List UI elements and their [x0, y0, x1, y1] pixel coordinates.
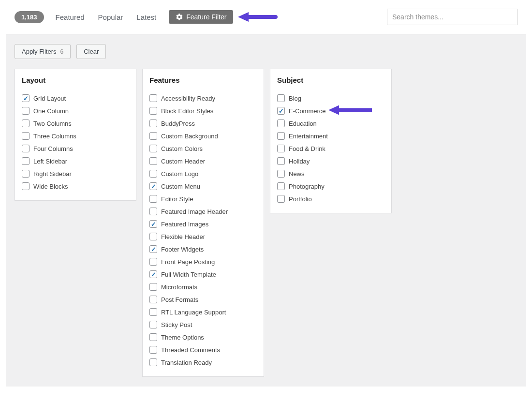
- features-option-theme-options[interactable]: Theme Options: [148, 331, 259, 343]
- features-option-custom-logo[interactable]: Custom Logo: [148, 167, 259, 180]
- features-option-featured-image-header[interactable]: Featured Image Header: [148, 205, 259, 218]
- layout-option-left-sidebar[interactable]: Left Sidebar: [20, 155, 131, 167]
- option-label[interactable]: Two Columns: [33, 120, 72, 127]
- checkbox-icon[interactable]: [149, 195, 157, 203]
- features-option-accessibility-ready[interactable]: Accessibility Ready: [148, 92, 259, 104]
- checkbox-icon[interactable]: [22, 132, 30, 140]
- option-label[interactable]: Entertainment: [289, 133, 328, 140]
- features-option-rtl-language-support[interactable]: RTL Language Support: [148, 306, 259, 318]
- checkbox-icon[interactable]: [149, 333, 157, 341]
- option-label[interactable]: RTL Language Support: [161, 309, 226, 316]
- checkbox-icon[interactable]: [22, 145, 30, 152]
- option-label[interactable]: Post Formats: [161, 296, 198, 303]
- option-label[interactable]: Sticky Post: [161, 321, 192, 328]
- checkbox-icon[interactable]: [277, 107, 285, 115]
- checkbox-icon[interactable]: [149, 358, 157, 366]
- option-label[interactable]: News: [289, 170, 305, 178]
- features-option-microformats[interactable]: Microformats: [148, 281, 259, 293]
- checkbox-icon[interactable]: [22, 157, 30, 165]
- subject-option-entertainment[interactable]: Entertainment: [275, 130, 386, 142]
- tab-latest[interactable]: Latest: [131, 10, 162, 24]
- option-label[interactable]: Photography: [289, 183, 325, 190]
- feature-filter-button[interactable]: Feature Filter: [169, 10, 233, 24]
- option-label[interactable]: Food & Drink: [289, 145, 325, 152]
- option-label[interactable]: Custom Colors: [161, 145, 203, 152]
- features-option-block-editor-styles[interactable]: Block Editor Styles: [148, 104, 259, 117]
- features-option-custom-menu[interactable]: Custom Menu: [148, 180, 259, 193]
- checkbox-icon[interactable]: [22, 119, 30, 127]
- features-option-buddypress[interactable]: BuddyPress: [148, 117, 259, 130]
- checkbox-icon[interactable]: [22, 94, 30, 102]
- subject-option-holiday[interactable]: Holiday: [275, 155, 386, 167]
- features-option-footer-widgets[interactable]: Footer Widgets: [148, 243, 259, 255]
- subject-option-blog[interactable]: Blog: [275, 92, 386, 104]
- option-label[interactable]: Front Page Posting: [161, 258, 215, 266]
- layout-option-four-columns[interactable]: Four Columns: [20, 142, 131, 155]
- option-label[interactable]: BuddyPress: [161, 120, 195, 127]
- layout-option-wide-blocks[interactable]: Wide Blocks: [20, 180, 131, 193]
- checkbox-icon[interactable]: [149, 233, 157, 240]
- features-option-full-width-template[interactable]: Full Width Template: [148, 268, 259, 281]
- option-label[interactable]: Featured Image Header: [161, 208, 228, 215]
- option-label[interactable]: Custom Menu: [161, 183, 200, 190]
- option-label[interactable]: Theme Options: [161, 334, 204, 341]
- checkbox-icon[interactable]: [149, 321, 157, 328]
- subject-option-portfolio[interactable]: Portfolio: [275, 193, 386, 205]
- option-label[interactable]: Three Columns: [33, 133, 76, 140]
- checkbox-icon[interactable]: [277, 132, 285, 140]
- checkbox-icon[interactable]: [149, 107, 157, 115]
- checkbox-icon[interactable]: [149, 308, 157, 316]
- option-label[interactable]: Accessibility Ready: [161, 95, 215, 102]
- checkbox-icon[interactable]: [149, 157, 157, 165]
- checkbox-icon[interactable]: [149, 94, 157, 102]
- checkbox-icon[interactable]: [149, 245, 157, 253]
- option-label[interactable]: Flexible Header: [161, 233, 205, 240]
- checkbox-icon[interactable]: [277, 145, 285, 152]
- checkbox-icon[interactable]: [22, 182, 30, 190]
- checkbox-icon[interactable]: [149, 270, 157, 278]
- option-label[interactable]: Block Editor Styles: [161, 107, 213, 115]
- features-option-featured-images[interactable]: Featured Images: [148, 218, 259, 230]
- checkbox-icon[interactable]: [149, 208, 157, 215]
- layout-option-two-columns[interactable]: Two Columns: [20, 117, 131, 130]
- option-label[interactable]: Full Width Template: [161, 271, 216, 278]
- checkbox-icon[interactable]: [149, 258, 157, 266]
- features-option-front-page-posting[interactable]: Front Page Posting: [148, 255, 259, 268]
- checkbox-icon[interactable]: [149, 296, 157, 303]
- checkbox-icon[interactable]: [277, 119, 285, 127]
- features-option-post-formats[interactable]: Post Formats: [148, 293, 259, 306]
- clear-button[interactable]: Clear: [76, 44, 106, 59]
- layout-option-one-column[interactable]: One Column: [20, 104, 131, 117]
- option-label[interactable]: Holiday: [289, 158, 310, 165]
- checkbox-icon[interactable]: [277, 170, 285, 178]
- features-option-flexible-header[interactable]: Flexible Header: [148, 230, 259, 243]
- option-label[interactable]: Education: [289, 120, 317, 127]
- checkbox-icon[interactable]: [149, 170, 157, 178]
- subject-option-photography[interactable]: Photography: [275, 180, 386, 193]
- checkbox-icon[interactable]: [277, 182, 285, 190]
- tab-featured[interactable]: Featured: [50, 10, 90, 24]
- tab-popular[interactable]: Popular: [92, 10, 129, 24]
- layout-option-right-sidebar[interactable]: Right Sidebar: [20, 167, 131, 180]
- option-label[interactable]: Left Sidebar: [33, 158, 67, 165]
- option-label[interactable]: Custom Header: [161, 158, 205, 165]
- features-option-editor-style[interactable]: Editor Style: [148, 193, 259, 205]
- checkbox-icon[interactable]: [149, 346, 157, 354]
- search-input[interactable]: [387, 9, 517, 25]
- checkbox-icon[interactable]: [22, 170, 30, 178]
- checkbox-icon[interactable]: [277, 157, 285, 165]
- layout-option-grid-layout[interactable]: Grid Layout: [20, 92, 131, 104]
- checkbox-icon[interactable]: [149, 182, 157, 190]
- option-label[interactable]: Threaded Comments: [161, 346, 220, 354]
- option-label[interactable]: Custom Logo: [161, 170, 198, 178]
- checkbox-icon[interactable]: [22, 107, 30, 115]
- checkbox-icon[interactable]: [149, 283, 157, 291]
- option-label[interactable]: E-Commerce: [289, 107, 326, 115]
- features-option-sticky-post[interactable]: Sticky Post: [148, 318, 259, 331]
- features-option-custom-header[interactable]: Custom Header: [148, 155, 259, 167]
- option-label[interactable]: Footer Widgets: [161, 246, 204, 253]
- checkbox-icon[interactable]: [149, 145, 157, 152]
- subject-option-e-commerce[interactable]: E-Commerce: [275, 104, 386, 117]
- checkbox-icon[interactable]: [277, 94, 285, 102]
- layout-option-three-columns[interactable]: Three Columns: [20, 130, 131, 142]
